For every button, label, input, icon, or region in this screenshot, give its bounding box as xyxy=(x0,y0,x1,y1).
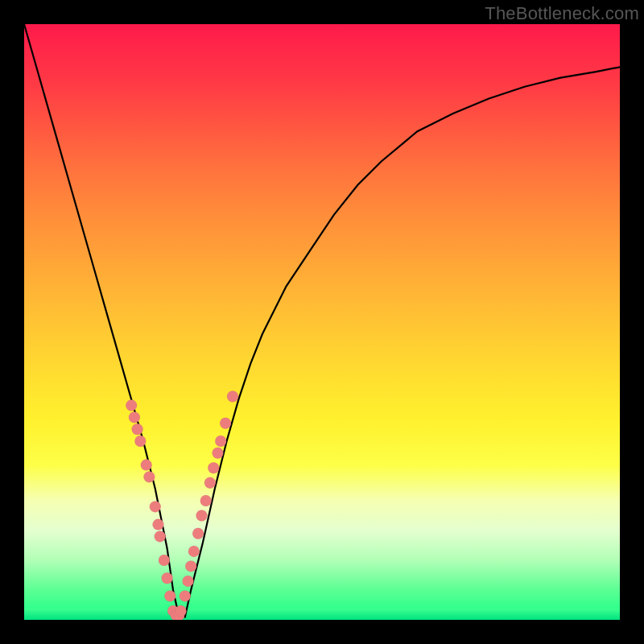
chart-svg xyxy=(24,24,620,620)
dot xyxy=(164,590,175,601)
watermark-text: TheBottleneck.com xyxy=(485,3,639,24)
dot xyxy=(220,418,231,429)
dot xyxy=(204,477,216,489)
dot xyxy=(162,572,173,584)
dot xyxy=(129,411,140,423)
dot xyxy=(188,546,200,557)
dot xyxy=(180,590,191,601)
dot xyxy=(200,495,212,506)
dot xyxy=(141,460,152,471)
bottleneck-curve xyxy=(24,24,620,617)
dot xyxy=(227,391,238,402)
plot-area xyxy=(24,24,620,620)
dot xyxy=(196,510,208,522)
dot xyxy=(150,501,161,512)
dot xyxy=(175,605,187,617)
dot xyxy=(185,560,196,572)
dot xyxy=(213,448,224,459)
dot xyxy=(159,555,170,566)
dot xyxy=(126,400,137,411)
sample-dots xyxy=(126,391,238,621)
dot xyxy=(155,530,166,542)
dot xyxy=(215,436,226,447)
chart-frame: TheBottleneck.com xyxy=(0,0,644,644)
dot xyxy=(143,471,155,482)
dot xyxy=(192,528,204,539)
dot xyxy=(153,519,164,530)
dot xyxy=(208,462,219,473)
dot xyxy=(134,436,146,447)
dot xyxy=(132,423,143,435)
dot xyxy=(183,576,194,587)
